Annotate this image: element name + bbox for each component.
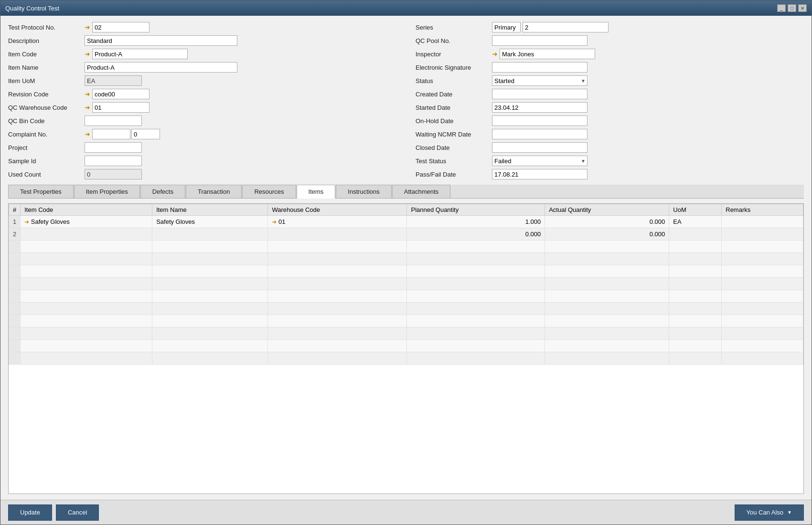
update-button[interactable]: Update bbox=[8, 504, 52, 521]
series-dropdown-input[interactable] bbox=[492, 22, 521, 32]
cell-item-code[interactable]: ➜ Safety Gloves bbox=[21, 216, 152, 228]
tab-bar: Test Properties Item Properties Defects … bbox=[8, 185, 804, 199]
close-button[interactable]: ✕ bbox=[798, 4, 807, 12]
tab-defects[interactable]: Defects bbox=[140, 185, 185, 198]
item-uom-row: Item UoM bbox=[8, 75, 396, 86]
minimize-button[interactable]: _ bbox=[777, 4, 786, 12]
maximize-button[interactable]: □ bbox=[788, 4, 796, 12]
closed-date-label: Closed Date bbox=[416, 144, 492, 151]
cell-planned-qty[interactable]: 1.000 bbox=[407, 216, 545, 228]
cell-num bbox=[9, 241, 21, 253]
tab-test-properties[interactable]: Test Properties bbox=[8, 185, 74, 198]
items-table-section: # Item Code Item Name Warehouse Code Pla… bbox=[8, 203, 804, 494]
item-name-input[interactable] bbox=[85, 62, 237, 73]
project-row: Project bbox=[8, 142, 396, 153]
test-protocol-input[interactable] bbox=[92, 22, 150, 32]
inspector-input[interactable] bbox=[500, 49, 595, 59]
series-num-input[interactable] bbox=[523, 22, 609, 32]
description-input[interactable] bbox=[85, 35, 237, 46]
table-wrapper[interactable]: # Item Code Item Name Warehouse Code Pla… bbox=[9, 204, 803, 494]
tab-transaction[interactable]: Transaction bbox=[186, 185, 242, 198]
electronic-signature-input[interactable] bbox=[492, 62, 588, 73]
cell-item-name[interactable] bbox=[152, 228, 268, 241]
revision-code-input[interactable] bbox=[92, 89, 150, 99]
cell-actual-qty[interactable]: 0.000 bbox=[545, 216, 669, 228]
status-select-wrapper: Started On-Hold Closed bbox=[492, 75, 588, 86]
used-count-row: Used Count bbox=[8, 168, 396, 180]
status-row: Status Started On-Hold Closed bbox=[416, 75, 804, 86]
closed-date-row: Closed Date bbox=[416, 142, 804, 153]
project-label: Project bbox=[8, 144, 85, 151]
test-protocol-row: Test Protocol No. ➜ bbox=[8, 21, 396, 33]
electronic-signature-row: Electronic Signature bbox=[416, 62, 804, 73]
cell-num: 1 bbox=[9, 216, 21, 228]
complaint-input[interactable] bbox=[92, 129, 130, 139]
test-status-select[interactable]: Failed Passed Pending bbox=[492, 156, 588, 166]
waiting-ncmr-row: Waiting NCMR Date bbox=[416, 128, 804, 140]
qc-warehouse-arrow-icon: ➜ bbox=[85, 104, 90, 111]
you-can-also-button[interactable]: You Can Also bbox=[735, 504, 804, 521]
sample-id-input[interactable] bbox=[85, 156, 142, 166]
status-label: Status bbox=[416, 77, 492, 84]
revision-code-row: Revision Code ➜ bbox=[8, 88, 396, 100]
footer-left-buttons: Update Cancel bbox=[8, 504, 99, 521]
qc-warehouse-input[interactable] bbox=[92, 102, 150, 113]
series-label: Series bbox=[416, 24, 492, 31]
item-name-label: Item Name bbox=[8, 64, 85, 71]
used-count-label: Used Count bbox=[8, 171, 85, 178]
started-date-input[interactable] bbox=[492, 102, 588, 113]
inspector-arrow-icon: ➜ bbox=[492, 50, 498, 58]
window-controls: _ □ ✕ bbox=[777, 4, 807, 12]
tab-items[interactable]: Items bbox=[297, 185, 336, 199]
test-status-label: Test Status bbox=[416, 158, 492, 165]
qc-bin-row: QC Bin Code bbox=[8, 115, 396, 126]
cell-actual-qty[interactable]: 0.000 bbox=[545, 228, 669, 241]
cell-num bbox=[9, 315, 21, 327]
cell-num bbox=[9, 327, 21, 340]
cell-remarks[interactable] bbox=[722, 216, 803, 228]
cell-warehouse-code[interactable]: ➜ 01 bbox=[268, 216, 407, 228]
test-status-row: Test Status Failed Passed Pending bbox=[416, 155, 804, 167]
created-date-input[interactable] bbox=[492, 89, 588, 99]
waiting-ncmr-input[interactable] bbox=[492, 129, 588, 139]
cell-num bbox=[9, 278, 21, 290]
status-select[interactable]: Started On-Hold Closed bbox=[492, 75, 588, 86]
tab-attachments[interactable]: Attachments bbox=[392, 185, 450, 198]
table-row bbox=[9, 315, 803, 327]
tab-instructions[interactable]: Instructions bbox=[336, 185, 391, 198]
complaint-arrow-icon: ➜ bbox=[85, 130, 90, 138]
passfail-date-label: Pass/Fail Date bbox=[416, 171, 492, 178]
cell-remarks[interactable] bbox=[722, 228, 803, 241]
project-input[interactable] bbox=[85, 142, 142, 153]
passfail-date-row: Pass/Fail Date bbox=[416, 168, 804, 180]
col-remarks: Remarks bbox=[722, 204, 803, 216]
qc-bin-input[interactable] bbox=[85, 116, 142, 126]
cell-item-code[interactable] bbox=[21, 228, 152, 241]
form-left: Test Protocol No. ➜ Description Item Cod… bbox=[8, 21, 396, 180]
table-row bbox=[9, 253, 803, 265]
table-row bbox=[9, 265, 803, 278]
cell-planned-qty[interactable]: 0.000 bbox=[407, 228, 545, 241]
complaint-num-input[interactable] bbox=[131, 129, 160, 139]
series-row: Series bbox=[416, 21, 804, 33]
cell-uom[interactable] bbox=[669, 228, 722, 241]
cell-item-name[interactable]: Safety Gloves bbox=[152, 216, 268, 228]
passfail-date-input[interactable] bbox=[492, 169, 588, 179]
cancel-button[interactable]: Cancel bbox=[56, 504, 99, 521]
cell-uom[interactable]: EA bbox=[669, 216, 722, 228]
item-code-label: Item Code bbox=[8, 51, 85, 58]
title-bar: Quality Control Test _ □ ✕ bbox=[0, 0, 812, 16]
item-code-input[interactable] bbox=[92, 49, 188, 59]
closed-date-input[interactable] bbox=[492, 142, 588, 153]
table-body: 1 ➜ Safety Gloves Safety Gloves ➜ 01 1.0… bbox=[9, 216, 803, 365]
table-row bbox=[9, 303, 803, 315]
items-table: # Item Code Item Name Warehouse Code Pla… bbox=[9, 204, 803, 365]
qc-pool-input[interactable] bbox=[492, 35, 588, 46]
cell-warehouse-code[interactable] bbox=[268, 228, 407, 241]
window-title: Quality Control Test bbox=[5, 5, 59, 12]
tab-resources[interactable]: Resources bbox=[242, 185, 296, 198]
tab-item-properties[interactable]: Item Properties bbox=[74, 185, 140, 198]
onhold-date-input[interactable] bbox=[492, 116, 588, 126]
cell-num bbox=[9, 290, 21, 303]
test-status-select-wrapper: Failed Passed Pending bbox=[492, 156, 588, 166]
